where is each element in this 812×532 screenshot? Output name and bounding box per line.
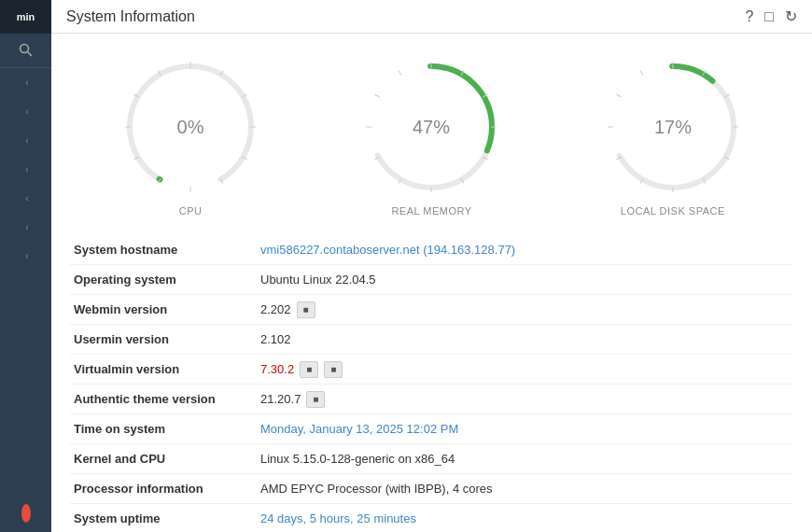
row-processor: Processor information AMD EPYC Processor… bbox=[70, 474, 793, 504]
row-usermin: Usermin version 2.102 bbox=[70, 325, 793, 355]
authentic-label: Authentic theme version bbox=[74, 392, 260, 406]
svg-line-44 bbox=[616, 94, 621, 97]
row-hostname: System hostname vmi586227.contaboserver.… bbox=[70, 235, 793, 265]
cpu-gauge-chart: 0% bbox=[116, 52, 265, 202]
virtualmin-value: 7.30.2 ■ ■ bbox=[260, 361, 343, 378]
chevron-icon-3: ‹ bbox=[25, 135, 28, 146]
virtualmin-icon-2[interactable]: ■ bbox=[324, 361, 343, 378]
page-title: System Information bbox=[66, 8, 195, 25]
webmin-label: Webmin version bbox=[74, 302, 260, 316]
webmin-update-icon[interactable]: ■ bbox=[297, 301, 315, 318]
row-os: Operating system Ubuntu Linux 22.04.5 bbox=[70, 265, 793, 295]
processor-value: AMD EPYC Processor (with IBPB), 4 cores bbox=[260, 482, 493, 496]
sidebar-item-4[interactable]: ‹ bbox=[0, 155, 51, 184]
sidebar-brand: min bbox=[0, 0, 51, 34]
webmin-value: 2.202 ■ bbox=[260, 301, 315, 318]
sidebar: min ‹ ‹ ‹ ‹ ‹ ‹ ‹ bbox=[0, 0, 51, 532]
svg-point-0 bbox=[20, 45, 28, 53]
help-icon[interactable]: ? bbox=[745, 8, 753, 25]
gauges-section: 0% CPU bbox=[51, 34, 812, 226]
svg-line-30 bbox=[399, 70, 401, 75]
row-authentic: Authentic theme version 21.20.7 ■ bbox=[70, 385, 793, 414]
svg-line-1 bbox=[27, 52, 32, 57]
uptime-value[interactable]: 24 days, 5 hours, 25 minutes bbox=[260, 511, 416, 525]
row-uptime: System uptime 24 days, 5 hours, 25 minut… bbox=[70, 504, 793, 532]
uptime-label: System uptime bbox=[74, 511, 260, 525]
hostname-label: System hostname bbox=[74, 243, 260, 257]
chevron-icon-4: ‹ bbox=[25, 164, 28, 175]
time-value[interactable]: Monday, January 13, 2025 12:02 PM bbox=[260, 422, 458, 436]
processor-label: Processor information bbox=[74, 482, 260, 496]
virtualmin-label: Virtualmin version bbox=[74, 362, 260, 376]
info-table: System hostname vmi586227.contaboserver.… bbox=[51, 226, 812, 532]
sidebar-item-2[interactable]: ‹ bbox=[0, 97, 51, 126]
svg-line-29 bbox=[375, 94, 380, 97]
refresh-icon[interactable]: ↻ bbox=[785, 7, 797, 25]
chevron-icon-7: ‹ bbox=[25, 251, 28, 261]
sidebar-item-5[interactable]: ‹ bbox=[0, 184, 51, 213]
cpu-gauge: 0% CPU bbox=[106, 52, 274, 217]
usermin-label: Usermin version bbox=[74, 332, 260, 346]
webmin-version-text: 2.202 bbox=[260, 302, 291, 316]
svg-text:0%: 0% bbox=[177, 117, 204, 137]
sidebar-item-6[interactable]: ‹ bbox=[0, 213, 51, 242]
authentic-version-text: 21.20.7 bbox=[260, 392, 301, 406]
kernel-label: Kernel and CPU bbox=[74, 452, 260, 466]
os-label: Operating system bbox=[74, 273, 260, 287]
memory-gauge: 47% REAL MEMORY bbox=[347, 52, 515, 217]
hostname-value[interactable]: vmi586227.contaboserver.net (194.163.128… bbox=[260, 243, 515, 257]
header-actions: ? □ ↻ bbox=[745, 7, 797, 25]
usermin-value: 2.102 bbox=[260, 332, 291, 346]
row-kernel: Kernel and CPU Linux 5.15.0-128-generic … bbox=[70, 444, 793, 474]
chevron-icon-5: ‹ bbox=[25, 193, 28, 203]
disk-gauge-chart: 17% bbox=[598, 52, 748, 202]
row-webmin: Webmin version 2.202 ■ bbox=[70, 295, 793, 325]
chevron-icon-1: ‹ bbox=[25, 77, 28, 88]
sidebar-bottom bbox=[0, 495, 51, 532]
svg-line-45 bbox=[640, 70, 643, 75]
sidebar-item-1[interactable]: ‹ bbox=[0, 68, 51, 97]
authentic-value: 21.20.7 ■ bbox=[260, 391, 325, 408]
memory-gauge-chart: 47% bbox=[357, 52, 506, 202]
time-label: Time on system bbox=[74, 422, 260, 436]
os-value: Ubuntu Linux 22.04.5 bbox=[260, 273, 376, 287]
sidebar-item-3[interactable]: ‹ bbox=[0, 126, 51, 155]
sidebar-item-7[interactable]: ‹ bbox=[0, 242, 51, 271]
window-icon[interactable]: □ bbox=[764, 8, 774, 25]
disk-label: LOCAL DISK SPACE bbox=[621, 205, 725, 217]
memory-label: REAL MEMORY bbox=[391, 205, 471, 217]
svg-text:47%: 47% bbox=[413, 117, 450, 137]
chevron-icon-2: ‹ bbox=[25, 106, 28, 117]
cpu-label: CPU bbox=[179, 205, 203, 217]
row-time: Time on system Monday, January 13, 2025 … bbox=[70, 414, 793, 444]
sidebar-search[interactable] bbox=[0, 34, 51, 68]
virtualmin-version-text: 7.30.2 bbox=[260, 362, 294, 376]
svg-text:17%: 17% bbox=[654, 117, 692, 137]
main-content: System Information ? □ ↻ bbox=[51, 0, 812, 532]
chevron-icon-6: ‹ bbox=[25, 222, 28, 232]
authentic-update-icon[interactable]: ■ bbox=[306, 391, 325, 408]
sidebar-nav: ‹ ‹ ‹ ‹ ‹ ‹ ‹ bbox=[0, 68, 51, 495]
virtualmin-icon-1[interactable]: ■ bbox=[300, 361, 318, 378]
row-virtualmin: Virtualmin version 7.30.2 ■ ■ bbox=[70, 355, 793, 385]
page-header: System Information ? □ ↻ bbox=[51, 0, 812, 34]
kernel-value: Linux 5.15.0-128-generic on x86_64 bbox=[260, 452, 455, 466]
sidebar-active-indicator[interactable] bbox=[21, 504, 31, 523]
disk-gauge: 17% LOCAL DISK SPACE bbox=[589, 52, 757, 217]
